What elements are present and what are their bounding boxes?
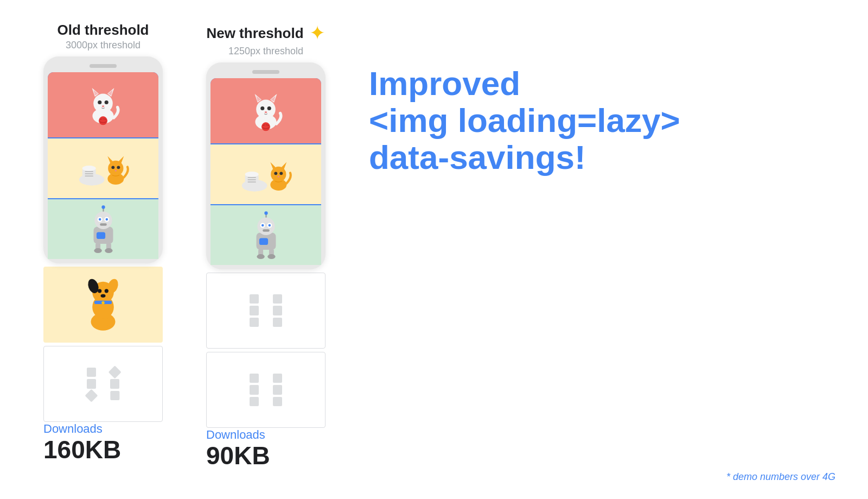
cat-image xyxy=(81,83,125,127)
old-downloads-value: 160KB xyxy=(43,437,163,462)
svg-point-45 xyxy=(101,294,106,298)
svg-point-6 xyxy=(98,100,101,104)
old-threshold-subtitle: 3000px threshold xyxy=(58,40,149,51)
headline-line2: <img loading=lazy> xyxy=(369,102,680,139)
svg-rect-48 xyxy=(93,317,99,327)
svg-point-21 xyxy=(111,166,114,169)
new-loading-tile-2 xyxy=(206,352,326,428)
cat-shoe-image-2 xyxy=(239,153,293,196)
new-phone-screen xyxy=(210,78,321,265)
old-phone-mockup xyxy=(43,56,163,263)
page: Old threshold 3000px threshold xyxy=(0,0,868,499)
svg-point-58 xyxy=(265,111,267,113)
new-downloads-label: Downloads xyxy=(206,428,326,442)
cat-shoe-tile-old xyxy=(48,138,158,198)
svg-rect-33 xyxy=(96,232,105,239)
new-threshold-column: New threshold ✦ 1250px threshold xyxy=(206,22,326,476)
phone-speaker-2 xyxy=(252,70,279,74)
svg-point-51 xyxy=(256,100,276,119)
svg-point-87 xyxy=(267,254,275,259)
svg-point-47 xyxy=(101,301,104,304)
svg-point-72 xyxy=(279,172,283,175)
old-loading-tile xyxy=(43,346,163,422)
old-yellow-dog-tile xyxy=(43,267,163,343)
svg-point-25 xyxy=(94,212,112,229)
yellow-dog-image xyxy=(79,275,127,334)
svg-point-37 xyxy=(105,248,112,253)
cat-tile-old xyxy=(48,72,158,137)
svg-point-8 xyxy=(102,105,104,108)
svg-point-36 xyxy=(94,248,101,253)
svg-rect-82 xyxy=(263,229,270,232)
old-downloads-section: Downloads 160KB xyxy=(43,422,163,462)
headline-line1: Improved xyxy=(369,65,520,102)
robot-image-2 xyxy=(246,211,286,260)
old-downloads-label: Downloads xyxy=(43,422,163,436)
new-threshold-label: New threshold ✦ 1250px threshold xyxy=(206,22,325,57)
svg-point-56 xyxy=(260,106,264,110)
svg-point-13 xyxy=(82,166,96,171)
svg-point-81 xyxy=(264,211,267,214)
old-below-phone xyxy=(43,267,163,422)
robot-tile-old xyxy=(48,199,158,259)
svg-point-43 xyxy=(98,289,101,293)
svg-point-23 xyxy=(115,170,117,172)
old-phone-screen xyxy=(48,72,158,259)
demo-note: * demo numbers over 4G xyxy=(726,471,835,483)
svg-line-60 xyxy=(265,122,266,125)
sparkle-icon: ✦ xyxy=(309,22,326,45)
svg-point-57 xyxy=(267,106,271,110)
loading-spinner-3 xyxy=(250,374,282,406)
svg-point-63 xyxy=(245,172,259,177)
new-loading-tile-1 xyxy=(206,273,326,349)
svg-point-75 xyxy=(257,218,275,235)
old-threshold-column: Old threshold 3000px threshold xyxy=(43,22,163,470)
headline-line3: data-savings! xyxy=(369,138,586,176)
robot-tile-new xyxy=(210,205,321,265)
right-section: Improved <img loading=lazy> data-savings… xyxy=(326,22,835,176)
svg-point-31 xyxy=(101,205,105,209)
headline-text: Improved <img loading=lazy> data-savings… xyxy=(369,65,680,176)
old-threshold-title: Old threshold xyxy=(58,22,149,39)
svg-line-10 xyxy=(103,116,103,119)
cat-shoe-image xyxy=(76,147,130,190)
new-downloads-value: 90KB xyxy=(206,443,326,468)
loading-spinner xyxy=(87,368,119,400)
svg-point-28 xyxy=(98,218,101,221)
phone-speaker xyxy=(90,64,117,68)
svg-point-78 xyxy=(261,224,264,227)
cat-image-2 xyxy=(244,89,288,132)
svg-point-79 xyxy=(268,224,271,227)
cat-shoe-tile-new xyxy=(210,144,321,204)
cat-tile-new xyxy=(210,78,321,143)
robot-image xyxy=(83,205,124,254)
svg-point-86 xyxy=(257,254,264,259)
new-phone-mockup xyxy=(206,62,326,269)
new-threshold-title: New threshold xyxy=(206,25,303,42)
comparisons-section: Old threshold 3000px threshold xyxy=(43,22,326,476)
svg-point-1 xyxy=(93,94,113,113)
svg-rect-83 xyxy=(259,238,267,245)
svg-point-71 xyxy=(274,172,277,175)
svg-point-22 xyxy=(117,166,120,169)
old-threshold-label: Old threshold 3000px threshold xyxy=(58,22,149,51)
loading-spinner-2 xyxy=(250,294,282,327)
svg-rect-49 xyxy=(107,317,113,327)
svg-rect-32 xyxy=(100,223,107,226)
svg-point-73 xyxy=(278,176,279,178)
new-downloads-section: Downloads 90KB xyxy=(206,428,326,468)
new-threshold-title-row: New threshold ✦ xyxy=(206,22,325,45)
svg-point-44 xyxy=(105,289,108,293)
new-below-phone xyxy=(206,273,326,428)
svg-point-29 xyxy=(105,218,108,221)
new-threshold-subtitle: 1250px threshold xyxy=(206,46,325,57)
svg-point-7 xyxy=(105,100,108,104)
